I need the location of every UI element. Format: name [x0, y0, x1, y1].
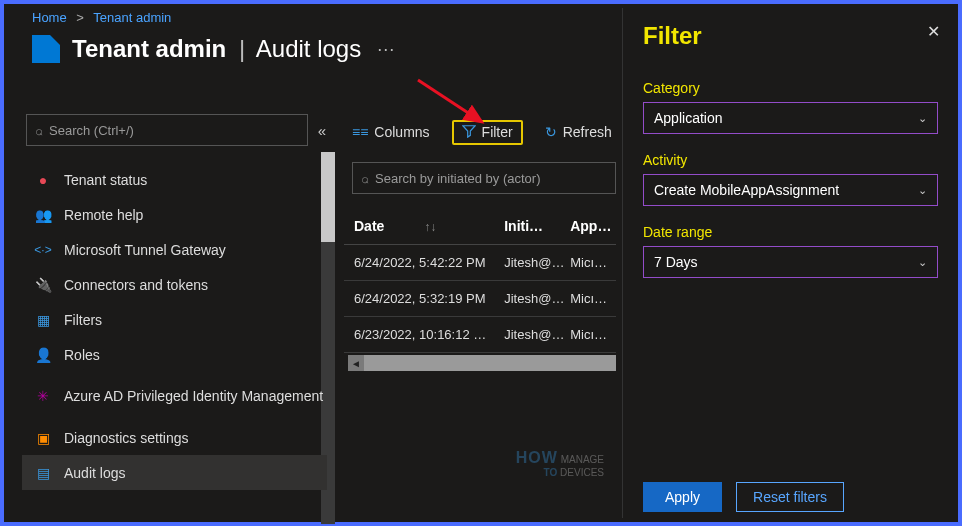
columns-label: Columns: [374, 124, 429, 140]
dropdown-date-range[interactable]: 7 Days ⌄: [643, 246, 938, 278]
sidebar-item-pim[interactable]: ✳ Azure AD Privileged Identity Managemen…: [22, 372, 327, 420]
dropdown-value: 7 Days: [654, 254, 698, 270]
apply-button[interactable]: Apply: [643, 482, 722, 512]
filter-button[interactable]: Filter: [452, 120, 523, 145]
roles-icon: 👤: [34, 346, 52, 364]
filter-actions: Apply Reset filters: [643, 482, 844, 512]
pim-icon: ✳: [34, 387, 52, 405]
dropdown-value: Create MobileAppAssignment: [654, 182, 839, 198]
filter-label: Filter: [482, 124, 513, 140]
chevron-down-icon: ⌄: [918, 184, 927, 197]
page-title-main: Tenant admin: [72, 35, 226, 62]
sidebar-item-label: Diagnostics settings: [64, 430, 189, 446]
connector-icon: 🔌: [34, 276, 52, 294]
sidebar-item-label: Connectors and tokens: [64, 277, 208, 293]
status-icon: ●: [34, 171, 52, 189]
page-title-sep: |: [239, 35, 245, 62]
reset-filters-button[interactable]: Reset filters: [736, 482, 844, 512]
table-h-scrollbar[interactable]: ◄: [348, 355, 616, 371]
sidebar-item-label: Microsoft Tunnel Gateway: [64, 242, 226, 258]
sidebar-item-label: Remote help: [64, 207, 143, 223]
sidebar-item-tunnel-gateway[interactable]: <·> Microsoft Tunnel Gateway: [22, 232, 327, 267]
col-application[interactable]: App…: [570, 218, 616, 234]
sidebar-search-placeholder: Search (Ctrl+/): [49, 123, 134, 138]
table-header: Date↑↓ Initi… App…: [344, 212, 616, 245]
dropdown-activity[interactable]: Create MobileAppAssignment ⌄: [643, 174, 938, 206]
table-row[interactable]: 6/24/2022, 5:42:22 PM Jitesh@… Micı…: [344, 245, 616, 281]
chevron-down-icon: ⌄: [918, 112, 927, 125]
page-title-sub: Audit logs: [256, 35, 361, 62]
filter-panel: Filter ✕ Category Application ⌄ Activity…: [622, 8, 954, 518]
sidebar-item-diagnostics[interactable]: ▣ Diagnostics settings: [22, 420, 327, 455]
sidebar-nav: ● Tenant status 👥 Remote help <·> Micros…: [22, 162, 327, 522]
page-title: Tenant admin | Audit logs: [72, 35, 361, 63]
sidebar-item-label: Tenant status: [64, 172, 147, 188]
resource-icon: [32, 35, 60, 63]
sidebar-search[interactable]: ⌕ Search (Ctrl+/): [26, 114, 308, 146]
sort-icon: ↑↓: [424, 220, 436, 234]
sidebar-item-connectors[interactable]: 🔌 Connectors and tokens: [22, 267, 327, 302]
filters-icon: ▦: [34, 311, 52, 329]
col-date[interactable]: Date↑↓: [354, 218, 504, 234]
refresh-label: Refresh: [563, 124, 612, 140]
diagnostics-icon: ▣: [34, 429, 52, 447]
overflow-menu[interactable]: ···: [377, 39, 395, 60]
sidebar-item-tenant-status[interactable]: ● Tenant status: [22, 162, 327, 197]
table-row[interactable]: 6/23/2022, 10:16:12 … Jitesh@… Micı…: [344, 317, 616, 353]
sidebar-item-filters[interactable]: ▦ Filters: [22, 302, 327, 337]
breadcrumb-home[interactable]: Home: [32, 10, 67, 25]
tunnel-icon: <·>: [34, 241, 52, 259]
dropdown-value: Application: [654, 110, 723, 126]
sidebar-header: ⌕ Search (Ctrl+/) «: [26, 114, 326, 146]
columns-button[interactable]: ≡≡ Columns: [352, 124, 430, 140]
table-search-placeholder: Search by initiated by (actor): [375, 171, 540, 186]
sidebar-item-label: Roles: [64, 347, 100, 363]
sidebar-item-audit-logs[interactable]: ▤ Audit logs: [22, 455, 327, 490]
sidebar-item-label: Audit logs: [64, 465, 125, 481]
people-icon: 👥: [34, 206, 52, 224]
table-row[interactable]: 6/24/2022, 5:32:19 PM Jitesh@… Micı…: [344, 281, 616, 317]
search-icon: ⌕: [35, 123, 43, 138]
sidebar-item-label: Filters: [64, 312, 102, 328]
filter-panel-title: Filter: [643, 22, 938, 50]
toolbar: ≡≡ Columns Filter ↻ Refresh: [344, 114, 616, 150]
scroll-left-icon[interactable]: ◄: [348, 355, 364, 371]
sidebar-item-label: Azure AD Privileged Identity Management: [64, 388, 323, 405]
columns-icon: ≡≡: [352, 124, 368, 140]
sidebar-item-roles[interactable]: 👤 Roles: [22, 337, 327, 372]
dropdown-category[interactable]: Application ⌄: [643, 102, 938, 134]
app-frame: Home > Tenant admin Tenant admin | Audit…: [0, 0, 962, 526]
audit-icon: ▤: [34, 464, 52, 482]
label-category: Category: [643, 80, 938, 96]
main-content: ≡≡ Columns Filter ↻ Refresh ⌕ Search by …: [344, 114, 616, 518]
close-icon[interactable]: ✕: [927, 22, 940, 41]
col-initiated[interactable]: Initi…: [504, 218, 570, 234]
chevron-down-icon: ⌄: [918, 256, 927, 269]
sidebar-item-remote-help[interactable]: 👥 Remote help: [22, 197, 327, 232]
table-search[interactable]: ⌕ Search by initiated by (actor): [352, 162, 616, 194]
label-activity: Activity: [643, 152, 938, 168]
label-date-range: Date range: [643, 224, 938, 240]
refresh-icon: ↻: [545, 124, 557, 140]
breadcrumb-sep: >: [76, 10, 84, 25]
breadcrumb-tenant[interactable]: Tenant admin: [93, 10, 171, 25]
refresh-button[interactable]: ↻ Refresh: [545, 124, 612, 140]
sidebar-collapse[interactable]: «: [318, 122, 326, 139]
audit-table: Date↑↓ Initi… App… 6/24/2022, 5:42:22 PM…: [344, 212, 616, 371]
filter-icon: [462, 124, 476, 141]
search-icon: ⌕: [361, 171, 369, 186]
